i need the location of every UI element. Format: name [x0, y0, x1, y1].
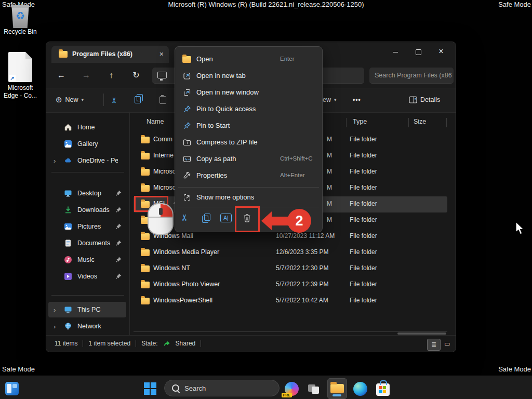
sidebar-item-gallery[interactable]: Gallery — [48, 136, 126, 152]
horizontal-scrollbar[interactable] — [397, 332, 446, 335]
menu-item-copy-as-path[interactable]: Copy as path Ctrl+Shift+C — [178, 151, 320, 167]
view-button-label: ew — [323, 96, 331, 103]
sidebar-item-this-pc[interactable]: › This PC — [48, 302, 126, 317]
desktop-icon-edge-shortcut[interactable]: ↗ Microsoft Edge - Co... — [1, 52, 40, 100]
copilot-button[interactable]: PRE — [283, 380, 300, 397]
copy-button[interactable] — [130, 91, 145, 108]
file-row[interactable]: Windows Media Player 12/6/2023 3:35 PM F… — [134, 245, 447, 261]
file-name: Windows NT — [153, 264, 268, 272]
details-view-toggle[interactable]: ≣ — [427, 339, 441, 351]
paste-button[interactable] — [155, 91, 170, 108]
sidebar-item-network[interactable]: › Network — [48, 318, 126, 334]
column-header-name[interactable]: Name — [147, 118, 164, 125]
windows-logo-icon — [144, 382, 156, 395]
maximize-button[interactable] — [407, 42, 430, 61]
menu-item-properties[interactable]: Properties Alt+Enter — [178, 167, 320, 184]
tab-close-icon[interactable]: × — [159, 50, 164, 58]
menu-item-compress-zip[interactable]: Compress to ZIP file — [178, 134, 320, 151]
menu-item-show-more-options[interactable]: Show more options — [178, 189, 320, 206]
pin-icon — [182, 104, 192, 114]
quick-action-cut[interactable]: ✂ — [175, 209, 194, 228]
menu-item-label: Open in new tab — [196, 72, 246, 79]
widgets-icon — [5, 382, 19, 395]
new-button-label: New — [65, 96, 78, 103]
explorer-tab[interactable]: Program Files (x86) × — [51, 46, 169, 63]
menu-item-open-new-window[interactable]: Open in new window — [178, 84, 320, 101]
menu-item-label: Copy as path — [196, 155, 236, 163]
file-name: Windows Media Player — [153, 248, 268, 256]
cut-button[interactable]: ✂ — [107, 91, 122, 108]
refresh-button[interactable]: ↻ — [128, 67, 144, 84]
pin-icon — [182, 121, 192, 130]
search-box[interactable]: Search Program Files (x86 — [369, 68, 454, 84]
new-button[interactable]: ⊕ New ▾ — [51, 91, 88, 108]
up-button[interactable]: ↑ — [103, 67, 119, 84]
folder-icon — [141, 265, 150, 272]
menu-item-label: Open in new window — [196, 88, 259, 96]
column-divider[interactable] — [446, 118, 447, 127]
sidebar-item-onedrive[interactable]: › OneDrive - Pers — [48, 153, 126, 168]
state-value: Shared — [176, 340, 196, 347]
close-button[interactable]: × — [430, 42, 453, 61]
file-row[interactable]: WindowsPowerShell 5/7/2022 10:42 AM File… — [134, 293, 447, 309]
status-separator — [201, 340, 201, 347]
sidebar-item-music[interactable]: Music — [48, 252, 126, 268]
widgets-button[interactable] — [3, 380, 21, 397]
menu-item-open-new-tab[interactable]: Open in new tab — [178, 68, 320, 84]
file-row[interactable]: Windows NT 5/7/2022 12:30 PM File folder — [134, 261, 447, 277]
music-icon — [64, 256, 72, 264]
details-button[interactable]: Details — [405, 91, 444, 108]
pre-badge: PRE — [282, 393, 292, 397]
start-button[interactable] — [141, 380, 159, 397]
selected-count: 1 item selected — [88, 340, 130, 347]
shortcut-page-icon: ↗ — [8, 52, 32, 82]
sidebar-item-label: Gallery — [77, 140, 118, 148]
sidebar-item-home[interactable]: Home — [48, 119, 126, 135]
taskbar-search[interactable]: Search — [164, 380, 280, 396]
file-explorer-button[interactable] — [327, 378, 347, 399]
explorer-window: Program Files (x86) × × ← → ↑ ↻ Search P… — [46, 42, 456, 352]
more-options-button[interactable]: ••• — [349, 91, 365, 108]
file-type: File folder — [350, 184, 407, 191]
home-icon — [64, 123, 72, 131]
column-divider[interactable] — [346, 118, 347, 127]
forward-button[interactable]: → — [78, 67, 95, 84]
ellipsis-icon: ••• — [353, 96, 361, 103]
wrench-icon — [182, 171, 192, 180]
folder-icon — [141, 137, 150, 143]
icons-view-toggle[interactable]: ▭ — [441, 339, 454, 350]
quick-action-rename[interactable]: A| — [217, 209, 235, 228]
sidebar-item-downloads[interactable]: Downloads — [48, 202, 126, 218]
edge-button[interactable] — [351, 380, 369, 397]
sidebar-item-documents[interactable]: Documents — [48, 235, 126, 251]
details-pane-icon — [409, 96, 417, 103]
column-header-type[interactable]: Type — [353, 118, 367, 125]
task-view-button[interactable] — [305, 380, 323, 397]
sidebar-item-desktop[interactable]: Desktop — [48, 185, 126, 201]
file-name: Windows Photo Viewer — [153, 281, 268, 288]
network-icon — [64, 322, 72, 330]
menu-item-pin-start[interactable]: Pin to Start — [178, 117, 320, 134]
store-button[interactable] — [374, 380, 392, 397]
file-row[interactable]: Windows Photo Viewer 5/7/2022 12:39 PM F… — [134, 277, 447, 293]
minimize-button[interactable] — [384, 42, 407, 61]
quick-action-copy[interactable] — [196, 209, 215, 228]
desktop-icon-recycle-bin[interactable]: ♻ Recycle Bin — [1, 5, 40, 36]
file-explorer-icon — [330, 384, 344, 393]
search-placeholder: Search Program Files (x86 — [369, 68, 454, 83]
file-date: 5/7/2022 10:42 AM — [276, 297, 332, 304]
folder-icon — [141, 233, 150, 240]
back-button[interactable]: ← — [53, 67, 70, 84]
column-divider[interactable] — [408, 118, 409, 127]
annotation-mouse-right-click — [148, 203, 174, 235]
file-type: File folder — [350, 136, 407, 143]
menu-item-pin-quick-access[interactable]: Pin to Quick access — [178, 101, 320, 117]
chevron-down-icon: ▾ — [82, 97, 84, 102]
menu-item-open[interactable]: Open Enter — [178, 51, 320, 68]
sidebar-item-videos[interactable]: Videos — [48, 269, 126, 284]
sidebar-item-pictures[interactable]: Pictures — [48, 219, 126, 234]
pin-icon — [115, 206, 122, 214]
sidebar-divider — [129, 112, 130, 335]
chevron-down-icon: ▾ — [334, 97, 337, 102]
column-header-size[interactable]: Size — [414, 118, 426, 125]
